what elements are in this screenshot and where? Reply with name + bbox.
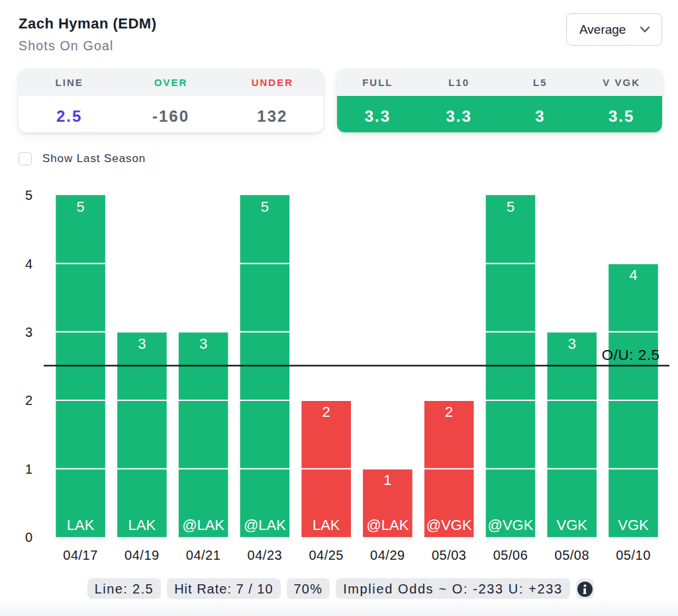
svg-text:04/23: 04/23	[248, 548, 283, 562]
svg-text:1: 1	[25, 462, 32, 476]
svg-text:04/29: 04/29	[370, 548, 405, 562]
svg-text:05/10: 05/10	[616, 548, 651, 562]
svg-text:1: 1	[383, 472, 391, 488]
svg-text:05/03: 05/03	[432, 548, 467, 562]
svg-text:3: 3	[138, 335, 146, 352]
svg-text:04/21: 04/21	[186, 548, 221, 562]
svg-text:3: 3	[199, 335, 207, 352]
svg-text:3: 3	[568, 335, 576, 352]
svg-text:0: 0	[25, 530, 32, 545]
svg-text:LAK: LAK	[128, 517, 156, 533]
svg-text:04/17: 04/17	[63, 548, 98, 562]
svg-text:5: 5	[261, 198, 269, 215]
svg-text:@VGK: @VGK	[426, 517, 472, 533]
svg-text:4: 4	[25, 257, 32, 271]
svg-text:VGK: VGK	[618, 517, 649, 533]
svg-text:05/08: 05/08	[555, 548, 590, 562]
svg-text:VGK: VGK	[557, 517, 588, 533]
svg-text:2: 2	[322, 404, 330, 420]
svg-text:04/25: 04/25	[309, 548, 344, 562]
svg-text:LAK: LAK	[67, 517, 95, 533]
svg-text:LAK: LAK	[313, 517, 340, 533]
svg-text:4: 4	[629, 267, 637, 283]
svg-text:2: 2	[25, 393, 32, 408]
svg-text:5: 5	[507, 198, 514, 215]
svg-text:04/19: 04/19	[124, 548, 160, 562]
svg-text:@LAK: @LAK	[366, 517, 409, 533]
svg-text:2: 2	[445, 404, 453, 420]
svg-text:5: 5	[76, 198, 84, 215]
svg-text:@LAK: @LAK	[182, 517, 224, 533]
svg-text:5: 5	[25, 188, 32, 202]
svg-text:05/06: 05/06	[493, 548, 528, 562]
svg-text:@LAK: @LAK	[244, 517, 286, 533]
svg-text:@VGK: @VGK	[488, 517, 534, 533]
svg-text:3: 3	[25, 325, 32, 339]
svg-text:O/U: 2.5: O/U: 2.5	[602, 347, 660, 363]
